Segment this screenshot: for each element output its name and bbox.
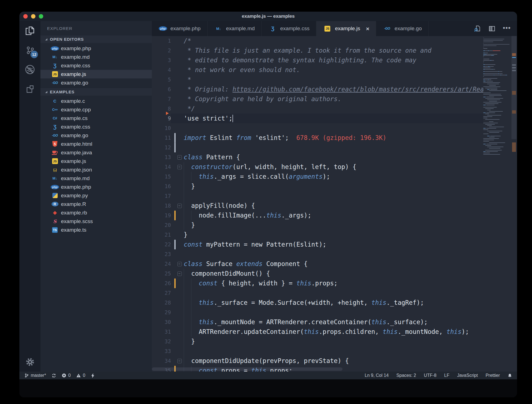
code-line[interactable]: 6 * Original: https://github.com/faceboo… (152, 85, 517, 94)
file-item-example.rb[interactable]: ◆example.rb (40, 208, 152, 217)
code-line[interactable]: 20 } (152, 220, 517, 230)
file-item-example.go[interactable]: -GOexample.go (40, 131, 152, 140)
file-item-example.py[interactable]: example.py (40, 191, 152, 200)
status-errors[interactable]: 0 (62, 373, 71, 378)
section-header-examples[interactable]: EXAMPLES (40, 88, 152, 96)
file-item-example.php[interactable]: phpexample.php (40, 183, 152, 191)
close-tab-icon[interactable]: × (366, 26, 369, 32)
code-line[interactable]: 1/* (152, 36, 517, 46)
code-line[interactable]: 33 (152, 346, 517, 356)
fold-marker-icon[interactable] (177, 162, 182, 172)
activity-item-extensions[interactable] (19, 79, 40, 99)
file-item-example.css[interactable]: Ʒexample.css (40, 122, 152, 131)
status-encoding[interactable]: UTF-8 (424, 373, 436, 378)
more-actions-icon[interactable]: ••• (503, 26, 511, 31)
code-line[interactable]: 21} (152, 230, 517, 240)
tab-example.md[interactable]: M↓example.md (208, 21, 262, 36)
code-text: ARTRenderer.updateContainer(this.props.c… (184, 327, 469, 337)
scrollbar-slider[interactable] (511, 36, 516, 139)
file-item-example.html[interactable]: 5example.html (40, 140, 152, 148)
tab-example.css[interactable]: Ʒexample.css (262, 21, 316, 36)
code-line[interactable]: 30 this._mountNode = ARTRenderer.createC… (152, 317, 517, 327)
file-item-example.go[interactable]: -GOexample.go (40, 78, 152, 87)
zoom-window-button[interactable] (39, 14, 43, 19)
file-item-example.md[interactable]: M↓example.md (40, 53, 152, 61)
status-eol[interactable]: LF (444, 373, 449, 378)
status-notifications[interactable] (508, 373, 512, 378)
fold-marker-icon[interactable] (177, 201, 182, 211)
code-line[interactable]: 3 * edited to demonstrate the syntax hig… (152, 55, 517, 65)
status-formatter[interactable]: Prettier (485, 373, 500, 378)
code-line[interactable]: 15 this._args = slice.call(arguments); (152, 172, 517, 181)
code-line[interactable]: 22const myPattern = new Pattern(Eslint); (152, 240, 517, 249)
code-line[interactable]: 18 applyFill(node) { (152, 201, 517, 211)
file-item-example.css[interactable]: Ʒexample.css (40, 61, 152, 70)
code-line[interactable]: 16 } (152, 181, 517, 191)
activity-item-debug[interactable] (19, 60, 40, 79)
status-sync[interactable] (52, 373, 56, 378)
file-item-example.ts[interactable]: TSexample.ts (40, 226, 152, 234)
tab-example.go[interactable]: -GOexample.go (376, 21, 429, 36)
code-line[interactable]: 13class Pattern { (152, 152, 517, 162)
code-line[interactable]: 23 (152, 249, 517, 259)
file-item-example.R[interactable]: Rexample.R (40, 200, 152, 208)
file-item-example.cpp[interactable]: C++example.cpp (40, 105, 152, 114)
code-line[interactable]: 14 constructor(url, width, height, left,… (152, 162, 517, 172)
activity-item-settings[interactable] (19, 352, 40, 372)
status-feedback[interactable] (91, 373, 95, 378)
status-indentation[interactable]: Spaces: 2 (397, 373, 416, 378)
code-line[interactable]: 31 ARTRenderer.updateContainer(this.prop… (152, 327, 517, 337)
fold-marker-icon[interactable] (177, 269, 182, 278)
activity-item-source-control[interactable]: 12 (19, 40, 40, 60)
code-line[interactable]: 27 (152, 288, 517, 298)
status-bar-right: Ln 9, Col 14Spaces: 2UTF-8LFJavaScriptPr… (365, 373, 512, 378)
status-cursor-position[interactable]: Ln 9, Col 14 (365, 373, 388, 378)
code-line[interactable]: 24class Surface extends Component { (152, 259, 517, 269)
code-line[interactable]: 17 (152, 191, 517, 201)
file-item-example.js[interactable]: JSexample.js (40, 70, 152, 78)
file-item-example.php[interactable]: phpexample.php (40, 44, 152, 53)
fold-marker-icon[interactable] (177, 152, 182, 162)
code-line[interactable]: 29 (152, 308, 517, 317)
status-git-branch[interactable]: master* (24, 373, 46, 378)
code-editor[interactable]: 1/*2 * This file is just an example. I t… (152, 36, 517, 372)
code-line[interactable]: 9'use strict'; (152, 114, 517, 123)
open-preview-icon[interactable] (474, 25, 481, 32)
code-line[interactable]: 19 node.fillImage(...this._args); (152, 211, 517, 220)
file-item-example.cs[interactable]: C#example.cs (40, 114, 152, 122)
code-line[interactable]: 12 (152, 143, 517, 152)
code-line[interactable]: 4 * not work or even should not. (152, 65, 517, 75)
status-warnings[interactable]: 0 (76, 373, 85, 378)
status-language-mode[interactable]: JavaScript (457, 373, 478, 378)
file-item-example.md[interactable]: M↓example.md (40, 174, 152, 183)
code-line[interactable]: 32 } (152, 337, 517, 346)
code-line[interactable]: 25 componentDidMount() { (152, 269, 517, 278)
code-line[interactable]: 2 * This file is just an example. I took… (152, 46, 517, 55)
file-item-example.scss[interactable]: Sexample.scss (40, 217, 152, 226)
tab-example.php[interactable]: phpexample.php (152, 21, 208, 36)
code-line[interactable]: 11import Eslint from 'eslint'; 678.9K (g… (152, 133, 517, 143)
code-line[interactable]: 34 componentDidUpdate(prevProps, prevSta… (152, 356, 517, 366)
minimize-window-button[interactable] (31, 14, 35, 19)
code-line[interactable]: 5 * (152, 75, 517, 85)
file-item-example.json[interactable]: {..}example.json (40, 165, 152, 174)
file-label: example.rb (61, 210, 87, 216)
file-item-example.js[interactable]: JSexample.js (40, 157, 152, 165)
split-editor-icon[interactable] (488, 25, 495, 32)
close-window-button[interactable] (23, 14, 28, 19)
section-header-open-editors[interactable]: OPEN EDITORS (40, 35, 152, 43)
code-line[interactable]: 26 const { height, width } = this.props; (152, 278, 517, 288)
vertical-scrollbar[interactable] (511, 36, 517, 372)
file-item-example.c[interactable]: Cexample.c (40, 97, 152, 105)
code-line[interactable]: 28 this._surface = Mode.Surface(+width, … (152, 298, 517, 308)
code-line[interactable]: 7 * Copyright are held by original autho… (152, 94, 517, 104)
fold-marker-icon[interactable] (177, 356, 182, 366)
minimap[interactable] (483, 36, 511, 372)
tab-example.js[interactable]: JSexample.js× (316, 21, 376, 36)
activity-item-explorer[interactable] (19, 21, 40, 40)
file-item-example.java[interactable]: example.java (40, 148, 152, 157)
code-line[interactable]: 8 */ (152, 104, 517, 114)
code-line[interactable]: 10 (152, 123, 517, 133)
horizontal-scrollbar[interactable] (152, 367, 342, 371)
fold-marker-icon[interactable] (177, 259, 182, 269)
